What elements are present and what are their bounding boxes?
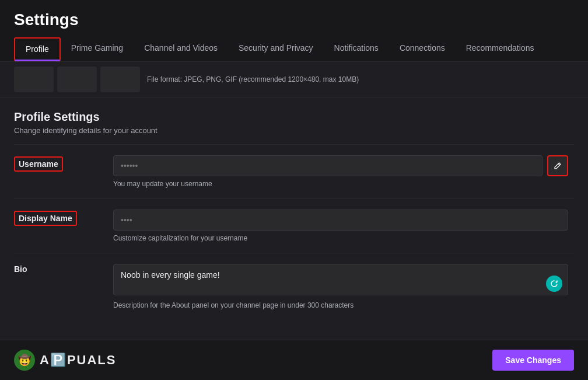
- bio-field-area: Noob in every single game! Description f…: [113, 264, 568, 309]
- display-name-label: Display Name: [14, 211, 77, 226]
- tab-security-privacy[interactable]: Security and Privacy: [228, 37, 324, 61]
- bio-hint: Description for the About panel on your …: [113, 301, 568, 309]
- username-field-area: You may update your username: [113, 155, 568, 188]
- bio-input[interactable]: Noob in every single game!: [113, 264, 568, 295]
- footer: 🤠 A🅿️PUALS Save Changes: [0, 340, 588, 380]
- display-name-input[interactable]: [113, 210, 568, 231]
- settings-header: Settings Profile Prime Gaming Channel an…: [0, 0, 588, 62]
- bio-wrapper: Noob in every single game!: [113, 264, 568, 298]
- nav-tabs: Profile Prime Gaming Channel and Videos …: [14, 37, 574, 61]
- bio-refresh-icon[interactable]: [546, 276, 562, 292]
- banner-hint-text: File format: JPEG, PNG, GIF (recommended…: [147, 75, 359, 83]
- username-hint: You may update your username: [113, 180, 568, 188]
- tab-recommendations[interactable]: Recommendations: [456, 37, 545, 61]
- profile-settings-section: Profile Settings Change identifying deta…: [14, 97, 574, 326]
- save-changes-button[interactable]: Save Changes: [492, 350, 574, 371]
- username-input-row: [113, 155, 568, 176]
- settings-table: Username You may: [14, 144, 574, 320]
- banner-thumb-2: [57, 67, 97, 92]
- logo-text: A🅿️PUALS: [40, 353, 116, 368]
- username-row: Username You may: [14, 145, 574, 199]
- username-input[interactable]: [113, 155, 542, 176]
- banner-thumbnails: [14, 67, 140, 92]
- banner-thumb-3: [100, 67, 140, 92]
- bio-row: Bio Noob in every single game!: [14, 253, 574, 320]
- banner-thumb-1: [14, 67, 54, 92]
- section-subtitle: Change identifying details for your acco…: [14, 126, 574, 135]
- tab-channel-videos[interactable]: Channel and Videos: [134, 37, 228, 61]
- pencil-icon: [554, 162, 562, 170]
- banner-area: File format: JPEG, PNG, GIF (recommended…: [0, 62, 588, 97]
- logo-icon: 🤠: [14, 350, 35, 371]
- display-name-row: Display Name Customize capitalization fo…: [14, 199, 574, 253]
- username-label: Username: [14, 156, 63, 172]
- section-title: Profile Settings: [14, 110, 574, 124]
- footer-logo: 🤠 A🅿️PUALS: [14, 350, 116, 371]
- display-name-hint: Customize capitalization for your userna…: [113, 234, 568, 242]
- page-title: Settings: [14, 11, 574, 29]
- main-content: Profile Settings Change identifying deta…: [0, 97, 588, 380]
- tab-connections[interactable]: Connections: [389, 37, 456, 61]
- refresh-icon: [550, 280, 558, 288]
- display-name-input-row: [113, 210, 568, 231]
- tab-notifications[interactable]: Notifications: [324, 37, 389, 61]
- bio-label: Bio: [14, 264, 27, 274]
- display-name-field-area: Customize capitalization for your userna…: [113, 210, 568, 242]
- tab-profile[interactable]: Profile: [14, 37, 61, 61]
- username-edit-button[interactable]: [547, 155, 568, 176]
- tab-prime-gaming[interactable]: Prime Gaming: [61, 37, 134, 61]
